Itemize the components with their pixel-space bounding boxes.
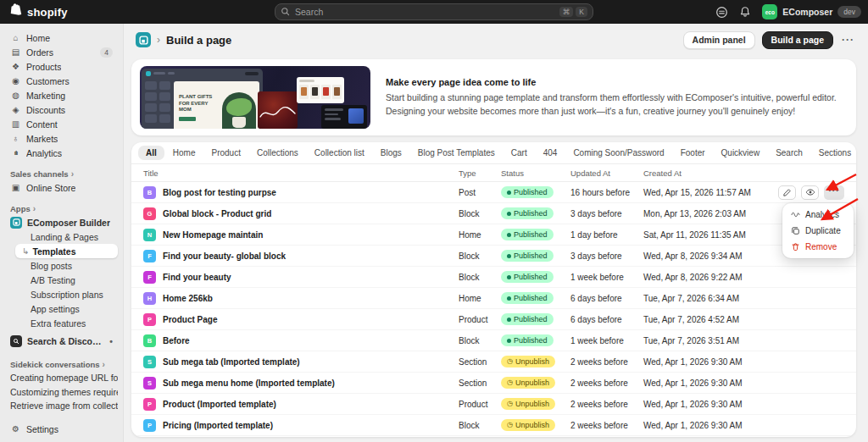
status-badge: ◷Unpublish (501, 356, 555, 367)
sidebar-item-label: Home (26, 33, 50, 43)
table-row[interactable]: PProduct PageProductPublished6 days befo… (131, 309, 856, 330)
store-avatar: eco (762, 4, 777, 19)
sidekick-conversation[interactable]: Customizing themes requires ... (5, 385, 118, 400)
sidekick-conversation[interactable]: Creating homepage URL for D... (5, 371, 118, 385)
sidebar-item-discounts[interactable]: ◈Discounts (5, 102, 118, 117)
tab-blog-post-templates[interactable]: Blog Post Templates (410, 146, 503, 160)
sidebar-item-marketing[interactable]: ◍Marketing (5, 88, 118, 102)
sidebar-item-analytics[interactable]: ılıAnalytics (5, 146, 118, 160)
template-title: Before (163, 336, 190, 345)
chevron-right-icon: › (103, 360, 105, 369)
app-subitem-app-settings[interactable]: App settings (24, 301, 118, 316)
account-menu[interactable]: eco EComposer dev (762, 4, 861, 19)
search-shortcut: ⌘ K (559, 7, 587, 17)
table-row[interactable]: GGlobal block - Product gridBlockPublish… (131, 203, 856, 224)
tab-cart[interactable]: Cart (504, 146, 535, 160)
sidebar-item-markets[interactable]: ♁Markets (5, 131, 118, 146)
build-a-page-button[interactable]: Build a page (762, 31, 833, 49)
app-subitem-blog-posts[interactable]: Blog posts (24, 258, 118, 273)
table-row[interactable]: BBlog post for testing purpsePostPublish… (131, 182, 856, 203)
status-cell: Published (501, 313, 570, 325)
status-label: Unpublish (515, 357, 549, 366)
home-icon: ⌂ (10, 33, 21, 42)
inbox-icon[interactable] (715, 5, 728, 19)
shopify-logo[interactable]: shopify (0, 3, 78, 20)
tab-product[interactable]: Product (203, 146, 248, 160)
tab-sections[interactable]: Sections (811, 146, 856, 160)
template-avatar: P (143, 313, 156, 326)
online-store-icon: ▣ (10, 183, 21, 192)
admin-panel-button[interactable]: Admin panel (683, 31, 755, 49)
sidebar-item-home[interactable]: ⌂Home (5, 30, 118, 45)
sidebar-item-customers[interactable]: ◉Customers (5, 74, 118, 88)
created-at: Wed, Apr 1, 2026 9:30 AM (643, 357, 772, 367)
sidebar-item-products[interactable]: ❖Products (5, 59, 118, 74)
table-row[interactable]: HHome 256kbHomePublished6 days beforeTue… (131, 288, 856, 309)
tree-connector-icon: ↳ (22, 246, 29, 256)
created-at: Wed, Apr 1, 2026 9:30 AM (643, 400, 772, 409)
status-cell: Published (501, 250, 570, 262)
preview-eye-icon[interactable] (801, 185, 819, 200)
tab-quickview[interactable]: Quickview (714, 146, 768, 160)
table-row[interactable]: FFind your beautyBlockPublished1 week be… (131, 267, 856, 288)
sidebar-item-online-store[interactable]: ▣ Online Store (5, 180, 118, 195)
app-subitem-a-b-testing[interactable]: A/B Testing (24, 273, 118, 287)
status-cell: Published (501, 334, 570, 346)
app-subitem-landing-pages[interactable]: Landing & Pages (24, 229, 118, 244)
updated-at: 3 days before (570, 251, 643, 261)
table-body: BBlog post for testing purpsePostPublish… (131, 182, 856, 436)
notifications-bell-icon[interactable] (738, 5, 752, 19)
tab-footer[interactable]: Footer (673, 146, 713, 160)
table-row[interactable]: SSub mega menu home (Imported template)S… (131, 373, 856, 394)
table-row[interactable]: NNew Homepage maintainHomePublished1 day… (131, 224, 856, 246)
sidebar-item-settings[interactable]: ⚙ Settings (5, 422, 119, 436)
unpublish-clock-icon: ◷ (507, 358, 513, 365)
sales-channels-header[interactable]: Sales channels› (5, 168, 118, 180)
table-row[interactable]: PProduct (Imported template)Product◷Unpu… (131, 394, 856, 415)
apps-header[interactable]: Apps› (5, 202, 118, 215)
app-subitem-extra-features[interactable]: Extra features (24, 316, 118, 330)
status-cell: ◷Unpublish (501, 377, 570, 389)
marketing-icon: ◍ (10, 91, 21, 100)
sidebar-item-ecomposer-builder[interactable]: EComposer Builder (5, 215, 118, 229)
tab-404[interactable]: 404 (536, 146, 565, 160)
search-input[interactable]: Search ⌘ K (275, 3, 593, 20)
edit-pencil-icon[interactable] (778, 185, 796, 200)
tab-collections[interactable]: Collections (249, 146, 306, 160)
sidebar-item-search-discovery[interactable]: Search & Discovery • (5, 334, 118, 348)
context-menu-duplicate[interactable]: Duplicate (786, 223, 850, 239)
sidebar-item-orders[interactable]: ▤Orders4 (5, 45, 118, 59)
table-row[interactable]: SSub mega tab (Imported template)Section… (131, 351, 856, 373)
tab-collection-list[interactable]: Collection list (307, 146, 372, 160)
template-avatar: F (143, 271, 156, 284)
content-icon: ▥ (10, 119, 21, 129)
app-subitem-subscription-plans[interactable]: Subscription plans (24, 287, 118, 301)
table-row[interactable]: BBeforeBlockPublished1 week beforeTue, A… (131, 330, 856, 351)
gear-icon: ⚙ (10, 424, 21, 434)
template-type: Product (459, 400, 501, 409)
page-header: › Build a page Admin panel Build a page … (124, 27, 868, 52)
app-subitem-label: Templates (32, 246, 75, 257)
table-row[interactable]: FFind your beauty- global blockBlockPubl… (131, 246, 856, 267)
tab-search[interactable]: Search (768, 146, 810, 160)
header-more-icon[interactable]: ··· (840, 34, 856, 46)
tab-home[interactable]: Home (165, 146, 203, 160)
app-subitem-templates[interactable]: ↳Templates (15, 244, 118, 258)
updated-at: 2 weeks before (570, 400, 643, 409)
table-row[interactable]: PPricing (Imported template)Block◷Unpubl… (131, 415, 856, 436)
tab-blogs[interactable]: Blogs (373, 146, 409, 160)
tab-coming-soon-password[interactable]: Coming Soon/Password (565, 146, 671, 160)
row-more-button[interactable]: ··· (824, 185, 844, 200)
ecomposer-breadcrumb-icon[interactable] (136, 32, 151, 47)
sidekick-conversation[interactable]: Retrieve image from collection... (5, 399, 118, 413)
store-name: EComposer (782, 7, 832, 17)
sidebar-item-content[interactable]: ▥Content (5, 117, 118, 131)
template-type: Block (459, 251, 501, 261)
sidekick-conversations-header[interactable]: Sidekick conversations› (5, 358, 118, 371)
tab-all[interactable]: All (138, 146, 164, 160)
sidebar-item-label: Content (26, 119, 58, 130)
context-menu-analytics[interactable]: Analytics (786, 207, 850, 223)
context-menu-remove[interactable]: Remove (786, 239, 850, 255)
product-strip-mockup (297, 77, 344, 103)
status-label: Published (514, 251, 548, 260)
